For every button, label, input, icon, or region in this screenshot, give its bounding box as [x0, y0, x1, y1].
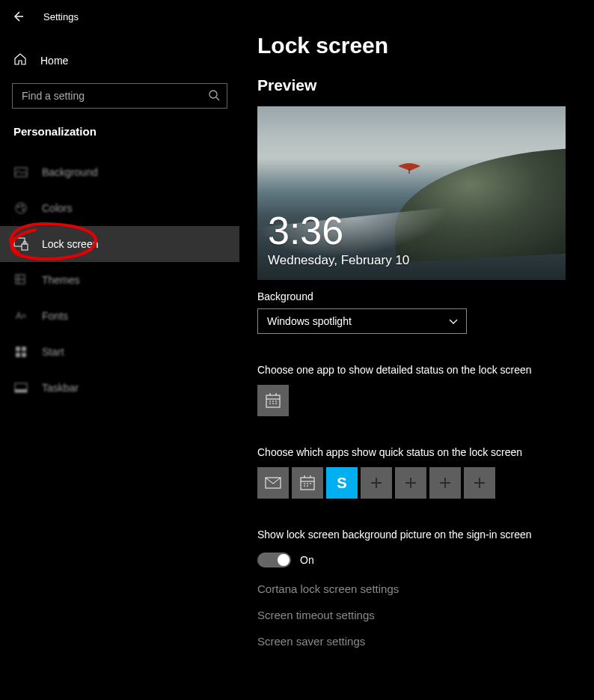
svg-rect-11: [16, 353, 20, 357]
fonts-icon: AA: [13, 308, 28, 323]
titlebar: Settings: [0, 0, 239, 33]
palette-icon: [13, 201, 28, 216]
background-dropdown[interactable]: Windows spotlight: [257, 308, 467, 334]
svg-rect-9: [16, 347, 20, 351]
nav-item-start[interactable]: Start: [0, 334, 239, 370]
svg-rect-10: [22, 347, 26, 351]
chevron-down-icon: [448, 316, 459, 326]
main-content: Lock screen Preview 3:36 Wednesday, Febr…: [239, 0, 594, 700]
nav-home-label: Home: [40, 55, 68, 67]
quick-app-slot-mail[interactable]: [257, 467, 289, 499]
nav-item-background[interactable]: Background: [0, 154, 239, 190]
toggle-state-text: On: [300, 554, 314, 566]
preview-date: Wednesday, February 10: [268, 253, 409, 268]
calendar-icon: [265, 392, 281, 409]
back-button[interactable]: [10, 9, 25, 24]
lock-screen-preview: 3:36 Wednesday, February 10: [257, 106, 566, 280]
sidebar: Settings Home Personalization Background…: [0, 0, 239, 700]
plus-icon: [404, 476, 417, 490]
skype-icon: S: [337, 475, 346, 492]
plus-icon: [473, 476, 486, 490]
nav-item-label: Themes: [42, 274, 80, 286]
nav-item-label: Start: [42, 346, 64, 358]
quick-app-slot-empty[interactable]: [361, 467, 392, 499]
svg-rect-12: [22, 353, 26, 357]
page-title: Lock screen: [257, 33, 572, 58]
arrow-left-icon: [12, 10, 24, 22]
nav-item-lock-screen[interactable]: Lock screen: [0, 226, 239, 262]
nav-item-label: Fonts: [42, 310, 68, 322]
search-input[interactable]: [12, 83, 227, 109]
preview-heading: Preview: [257, 76, 572, 94]
detailed-status-heading: Choose one app to show detailed status o…: [257, 364, 572, 376]
section-title: Personalization: [13, 125, 239, 138]
app-title: Settings: [43, 11, 79, 22]
nav-list: Background Colors Lock screen Themes AA …: [0, 154, 239, 406]
svg-point-2: [16, 203, 26, 213]
lock-screen-icon: [13, 237, 28, 252]
svg-rect-7: [22, 244, 28, 250]
nav-item-fonts[interactable]: AA Fonts: [0, 298, 239, 334]
nav-item-colors[interactable]: Colors: [0, 190, 239, 226]
start-icon: [13, 344, 28, 359]
link-screen-saver[interactable]: Screen saver settings: [257, 635, 572, 648]
nav-item-label: Background: [42, 166, 98, 178]
nav-item-label: Taskbar: [42, 382, 79, 394]
quick-app-slot-empty[interactable]: [429, 467, 461, 499]
preview-time: 3:36: [268, 211, 343, 250]
link-screen-timeout[interactable]: Screen timeout settings: [257, 609, 572, 621]
signin-background-toggle[interactable]: [257, 553, 291, 567]
svg-rect-14: [15, 389, 27, 392]
themes-icon: [13, 273, 28, 287]
nav-item-label: Lock screen: [42, 238, 98, 250]
quick-app-slot-skype[interactable]: S: [326, 467, 358, 499]
link-cortana-settings[interactable]: Cortana lock screen settings: [257, 582, 572, 595]
svg-point-4: [22, 205, 24, 207]
search-field: [12, 83, 227, 109]
quick-app-slot-empty[interactable]: [395, 467, 426, 499]
dropdown-value: Windows spotlight: [267, 315, 352, 327]
picture-icon: [13, 165, 28, 180]
taskbar-icon: [13, 380, 28, 395]
nav-home[interactable]: Home: [0, 43, 239, 77]
background-label: Background: [257, 290, 572, 302]
svg-point-3: [18, 206, 20, 208]
quick-app-slot-empty[interactable]: [464, 467, 495, 499]
nav-item-label: Colors: [42, 202, 72, 214]
quick-status-heading: Choose which apps show quick status on t…: [257, 446, 572, 458]
calendar-icon: [299, 475, 316, 491]
nav-item-taskbar[interactable]: Taskbar: [0, 370, 239, 406]
detailed-app-slot[interactable]: [257, 385, 289, 416]
home-icon: [13, 52, 27, 68]
plus-icon: [370, 476, 383, 490]
toggle-label: Show lock screen background picture on t…: [257, 529, 572, 541]
mail-icon: [265, 477, 281, 489]
paraglider-icon: [398, 163, 420, 174]
nav-item-themes[interactable]: Themes: [0, 262, 239, 298]
svg-point-5: [22, 209, 25, 211]
plus-icon: [438, 476, 452, 490]
quick-app-slot-calendar[interactable]: [292, 467, 323, 499]
